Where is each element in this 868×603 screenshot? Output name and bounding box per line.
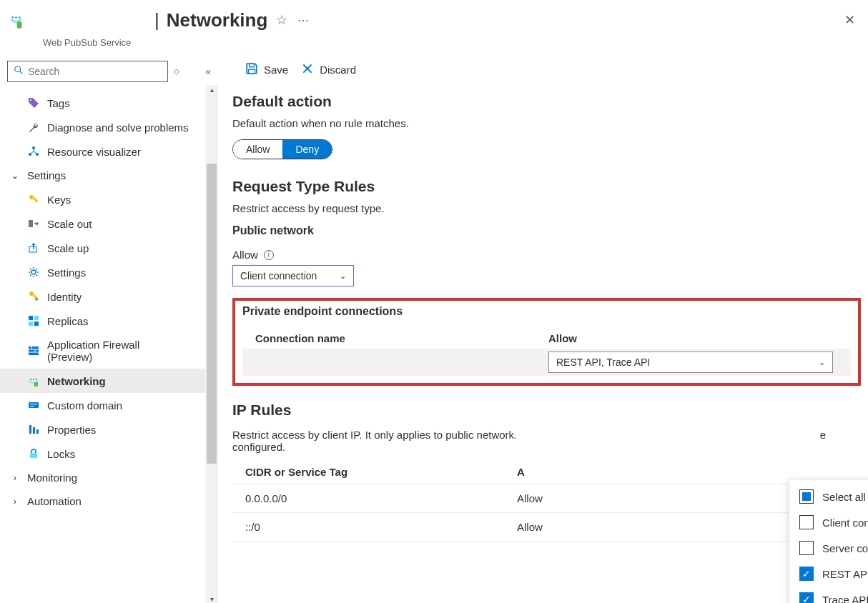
visualizer-icon [27, 145, 40, 158]
scale-out-icon [27, 217, 40, 230]
pec-allow-dropdown[interactable]: REST API, Trace API ⌄ [548, 352, 833, 373]
public-network-label: Public network [232, 224, 868, 237]
sidebar-item-label: Custom domain [47, 399, 122, 412]
key-icon [27, 193, 40, 206]
default-action-toggle[interactable]: Allow Deny [232, 139, 332, 159]
chevron-down-icon: ⌄ [819, 358, 825, 367]
svg-rect-29 [29, 402, 39, 408]
main-content: Save Discard Default action Default acti… [218, 52, 868, 603]
allow-label: Allow [232, 249, 258, 261]
sidebar-item-diagnose[interactable]: Diagnose and solve problems [0, 115, 218, 139]
checkbox-unchecked-icon [799, 515, 814, 529]
toggle-allow[interactable]: Allow [233, 140, 282, 159]
dd-option-label: Server connection [822, 542, 868, 554]
svg-rect-20 [29, 347, 39, 355]
sidebar-group-settings[interactable]: ⌄ Settings [0, 164, 218, 187]
ip-cidr-value: 0.0.0.0/0 [245, 492, 517, 504]
dd-option-trace[interactable]: ✓ Trace API [789, 587, 868, 603]
sidebar-item-scale-up[interactable]: Scale up [0, 236, 218, 260]
svg-point-2 [19, 16, 20, 18]
search-icon [14, 65, 24, 78]
svg-point-15 [35, 298, 38, 301]
sidebar-item-resource-visualizer[interactable]: Resource visualizer [0, 139, 218, 164]
sidebar-item-replicas[interactable]: Replicas [0, 309, 218, 333]
dd-option-select-all[interactable]: Select all [789, 484, 868, 509]
sidebar-item-locks[interactable]: Locks [0, 442, 218, 466]
sidebar-item-label: Scale up [47, 242, 89, 254]
sidebar-item-label: Properties [47, 424, 96, 436]
info-icon[interactable]: i [264, 250, 274, 260]
private-endpoint-highlight: Private endpoint connections Connection … [232, 298, 861, 386]
sidebar-item-label: Keys [47, 194, 71, 206]
favorite-star-icon[interactable]: ☆ [276, 12, 287, 28]
svg-rect-19 [34, 322, 39, 326]
public-allow-dropdown[interactable]: Client connection ⌄ [232, 265, 354, 286]
dd-option-server[interactable]: Server connection [789, 535, 868, 561]
dd-option-rest[interactable]: ✓ REST API [789, 561, 868, 587]
tag-icon [27, 96, 40, 109]
ip-rules-desc: Restrict access by client IP. It only ap… [232, 429, 819, 453]
sidebar-group-automation[interactable]: › Automation [0, 489, 218, 513]
sidebar-search[interactable] [7, 61, 168, 82]
save-label: Save [264, 64, 288, 76]
dropdown-value: Client connection [240, 270, 317, 281]
sidebar-item-label: Resource visualizer [47, 146, 141, 158]
default-action-title: Default action [232, 93, 868, 110]
page-title: Networking [167, 9, 268, 31]
svg-rect-17 [34, 316, 39, 320]
pec-allow-dropdown-menu: Select all Client connection Server conn… [789, 479, 868, 603]
save-button[interactable]: Save [245, 62, 288, 77]
sidebar: ◇ « Tags Diagnose and solve problems [0, 52, 218, 603]
dropdown-value: REST API, Trace API [556, 357, 650, 368]
sidebar-item-custom-domain[interactable]: Custom domain [0, 393, 218, 417]
checkbox-checked-icon: ✓ [799, 567, 814, 581]
ip-rules-title: IP Rules [232, 402, 868, 419]
domain-icon [27, 399, 40, 412]
sidebar-item-properties[interactable]: Properties [0, 417, 218, 442]
checkbox-checked-icon: ✓ [799, 592, 814, 603]
svg-point-13 [31, 270, 36, 274]
sidebar-nav: Tags Diagnose and solve problems Resourc… [0, 85, 218, 603]
chevron-right-icon: › [10, 473, 20, 483]
sidebar-item-label: Settings [47, 266, 86, 279]
sidebar-item-settings[interactable]: Settings [0, 260, 218, 284]
svg-rect-16 [29, 316, 33, 320]
sidebar-item-networking[interactable]: Networking [0, 369, 218, 393]
sidebar-item-label: Replicas [47, 315, 89, 327]
more-menu-icon[interactable]: ⋯ [297, 14, 310, 27]
dd-option-client[interactable]: Client connection [789, 509, 868, 535]
toggle-deny[interactable]: Deny [282, 140, 332, 159]
search-sort-icon[interactable]: ◇ [174, 69, 179, 74]
sidebar-item-identity[interactable]: Identity [0, 284, 218, 309]
ip-cidr-value: ::/0 [245, 521, 517, 533]
scroll-up-icon[interactable]: ▴ [207, 85, 216, 94]
discard-icon [301, 62, 314, 77]
sidebar-item-scale-out[interactable]: Scale out [0, 211, 218, 236]
checkbox-indeterminate-icon [799, 489, 814, 504]
svg-point-27 [36, 379, 37, 380]
svg-rect-30 [30, 404, 37, 404]
svg-rect-32 [29, 425, 31, 434]
sidebar-item-label: Monitoring [27, 472, 77, 484]
sidebar-item-app-firewall[interactable]: Application Firewall (Preview) [0, 333, 218, 369]
collapse-sidebar-icon[interactable]: « [205, 66, 211, 77]
scroll-down-icon[interactable]: ▾ [207, 594, 216, 603]
chevron-right-icon: › [10, 497, 20, 507]
lock-icon [27, 447, 40, 460]
svg-rect-12 [29, 246, 36, 252]
sidebar-item-keys[interactable]: Keys [0, 187, 218, 211]
search-input[interactable] [28, 66, 162, 77]
svg-point-7 [32, 146, 35, 149]
discard-button[interactable]: Discard [301, 62, 356, 77]
gear-icon [27, 266, 40, 279]
checkbox-unchecked-icon [799, 541, 814, 555]
scroll-thumb[interactable] [207, 164, 217, 464]
chevron-down-icon: ⌄ [10, 171, 20, 181]
request-rules-title: Request Type Rules [232, 178, 868, 195]
sidebar-scrollbar[interactable]: ▴ ▾ [205, 85, 218, 603]
sidebar-item-tags[interactable]: Tags [0, 91, 218, 115]
discard-label: Discard [320, 64, 356, 76]
sidebar-group-monitoring[interactable]: › Monitoring [0, 466, 218, 489]
close-icon[interactable]: ✕ [840, 8, 859, 32]
sidebar-item-label: Settings [27, 169, 66, 181]
